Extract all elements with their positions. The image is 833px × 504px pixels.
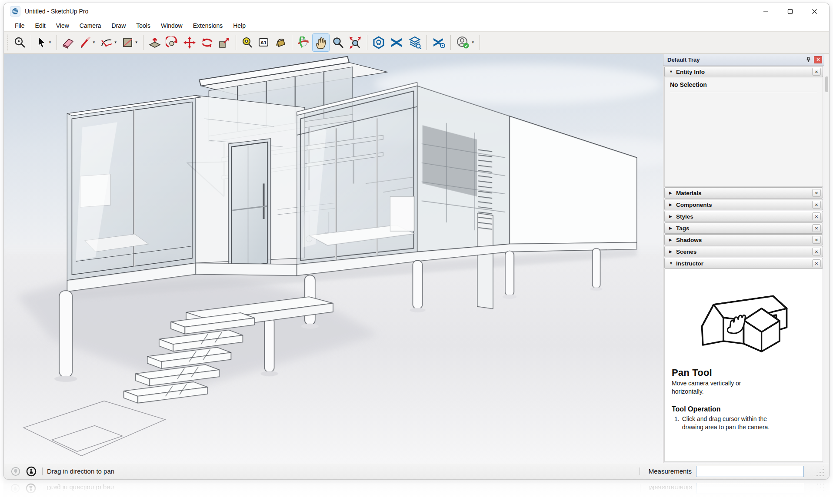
measurements-group: Measurements [639,466,825,477]
paint-bucket-icon [274,36,287,49]
geolocation-status-button[interactable] [10,466,21,477]
section-close-button[interactable]: ✕ [812,189,821,197]
section-close-button[interactable]: ✕ [812,259,821,267]
rectangle-shape-icon [122,36,134,49]
account-avatar-icon [456,36,470,50]
pushpull-tool-button[interactable] [146,33,163,52]
toolbar-grip[interactable] [6,34,10,51]
tray-scrollbar-thumb[interactable] [825,76,828,92]
status-divider [42,468,43,475]
tray-close-button[interactable] [814,56,822,63]
section-styles[interactable]: ▶ Styles ✕ [664,211,823,222]
section-label: Shadows [676,237,702,243]
section-close-button[interactable]: ✕ [812,212,821,220]
pushpull-icon [148,36,161,49]
tray-main: Default Tray [663,54,824,463]
step-text: Click and drag cursor within the drawing… [682,415,780,432]
text-tool-button[interactable]: A1 [255,33,272,52]
section-scenes[interactable]: ▶ Scenes ✕ [664,246,823,257]
section-close-button[interactable]: ✕ [812,68,821,76]
select-dropdown-caret[interactable]: ▼ [48,41,52,44]
expand-arrow-icon[interactable]: ▶ [669,214,676,219]
menu-window[interactable]: Window [156,21,187,30]
menu-extensions[interactable]: Extensions [188,21,227,30]
pin-tray-button[interactable] [804,55,813,64]
zoom-tool-button[interactable] [330,33,346,52]
paint-bucket-tool-button[interactable] [272,33,289,52]
expand-arrow-icon[interactable]: ▶ [669,249,676,254]
account-button[interactable]: ▼ [453,33,477,52]
arc-tool-button[interactable]: ▼ [98,33,120,52]
arc-icon [100,36,113,49]
sketchup-window: Untitled - SketchUp Pro File Edit View C… [3,3,830,480]
line-tool-button[interactable]: ▼ [77,33,98,52]
collapse-arrow-icon[interactable]: ▼ [669,261,676,265]
move-tool-button[interactable] [181,33,198,52]
section-instructor[interactable]: ▼ Instructor ✕ [664,258,823,269]
menu-draw[interactable]: Draw [107,21,131,30]
menu-view[interactable]: View [51,21,74,30]
eraser-tool-button[interactable] [60,33,77,52]
line-dropdown-caret[interactable]: ▼ [92,41,96,44]
orbit-tool-button[interactable] [295,33,312,52]
tape-measure-tool-button[interactable] [239,33,255,52]
menu-file[interactable]: File [10,21,30,30]
3d-warehouse-button[interactable] [387,33,406,52]
section-label: Components [676,202,712,208]
expand-arrow-icon[interactable]: ▶ [669,202,676,207]
section-entity-info[interactable]: ▼ Entity Info ✕ [664,66,823,77]
arc-dropdown-caret[interactable]: ▼ [114,41,117,44]
menu-camera[interactable]: Camera [75,21,106,30]
maximize-button[interactable] [778,4,802,19]
pan-tool-button[interactable] [312,33,330,52]
section-close-button[interactable]: ✕ [812,248,821,255]
measurements-input[interactable] [696,466,804,477]
collapse-arrow-icon[interactable]: ▼ [669,70,676,74]
select-tool-button[interactable]: ▼ [34,33,54,52]
instructor-description: Move camera vertically or horizontally. [672,379,772,396]
tray-scrollbar[interactable] [824,54,829,463]
expand-arrow-icon[interactable]: ▶ [669,238,676,242]
expand-arrow-icon[interactable]: ▶ [669,226,676,230]
section-close-button[interactable]: ✕ [812,236,821,244]
reflected-status-bar: Drag in direction to pan Measurements [3,480,830,497]
section-materials[interactable]: ▶ Materials ✕ [664,187,823,199]
offset-tool-button[interactable] [163,33,181,52]
instructor-tool-title: Pan Tool [672,367,816,378]
menu-tools[interactable]: Tools [131,21,155,30]
extension-manager-button[interactable] [430,33,448,52]
section-label: Entity Info [676,69,705,75]
credit-attribution-button[interactable] [26,466,37,477]
scale-tool-button[interactable] [216,33,233,52]
zoom-extents-tool-button[interactable] [346,33,364,52]
resize-grip[interactable] [813,466,825,477]
section-close-button[interactable]: ✕ [812,224,821,232]
instructor-figure [672,272,816,367]
menu-help[interactable]: Help [228,21,250,30]
tray-close-icon [816,58,820,61]
pin-icon [806,57,811,63]
search-tool-button[interactable] [11,33,28,52]
extension-manager-icon [432,36,446,49]
section-close-button[interactable]: ✕ [812,201,821,209]
trimble-connect-button[interactable] [370,33,387,52]
text-tool-icon: A1 [257,36,270,49]
shapes-tool-button[interactable]: ▼ [120,33,140,52]
menu-edit[interactable]: Edit [30,21,50,30]
offset-icon [166,36,179,49]
minimize-button[interactable] [753,4,778,19]
rotate-tool-button[interactable] [198,33,216,52]
reflection-fade [0,478,833,504]
reflected-status-hint: Drag in direction to pan [47,485,114,492]
section-shadows[interactable]: ▶ Shadows ✕ [664,234,823,245]
minimize-icon [763,9,769,14]
close-button[interactable] [802,4,826,19]
section-components[interactable]: ▶ Components ✕ [664,199,823,210]
shapes-dropdown-caret[interactable]: ▼ [135,41,138,44]
model-canvas[interactable] [4,54,663,463]
extension-warehouse-button[interactable] [406,33,424,52]
account-dropdown-caret[interactable]: ▼ [471,41,475,44]
section-tags[interactable]: ▶ Tags ✕ [664,222,823,234]
expand-arrow-icon[interactable]: ▶ [669,191,676,195]
reflected-person-icon [25,483,37,494]
